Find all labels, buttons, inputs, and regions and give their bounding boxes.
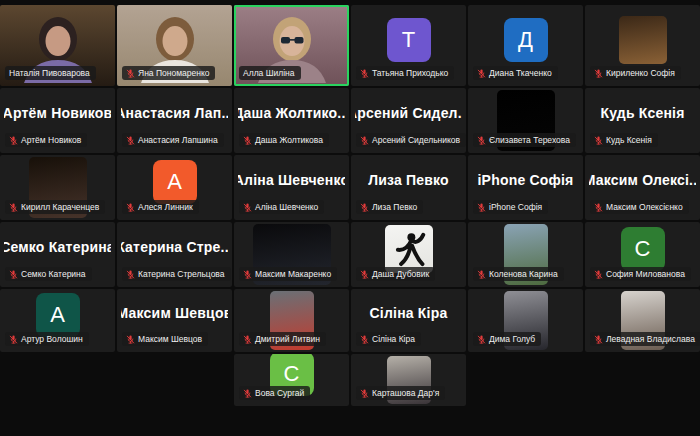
participant-tile[interactable]: Лиза Певко Лиза Певко xyxy=(351,155,466,220)
participant-tile[interactable]: Карташова Дар'я xyxy=(351,354,466,406)
participant-name-text: Максим Шевцов xyxy=(138,334,202,344)
participant-name-label: Диана Ткаченко xyxy=(473,66,558,80)
mic-muted-icon xyxy=(126,270,135,279)
mic-muted-icon xyxy=(360,335,369,344)
mic-muted-icon xyxy=(126,136,135,145)
participant-tile[interactable]: Дмитрий Литвин xyxy=(234,289,349,352)
participant-tile[interactable]: Максим Макаренко xyxy=(234,222,349,287)
participant-tile[interactable]: Максим Олексі... Максим Олексієнко xyxy=(585,155,700,220)
participant-tile[interactable]: Катерина Стре... Катерина Стрельцова xyxy=(117,222,232,287)
participant-name-text: Арсений Сидельников xyxy=(372,135,460,145)
participant-tile[interactable]: С Вова Сургай xyxy=(234,354,349,406)
participant-display-name xyxy=(472,5,579,70)
participant-display-name xyxy=(472,289,579,336)
participant-tile[interactable]: Даша Дубовик xyxy=(351,222,466,287)
mic-muted-icon xyxy=(594,136,603,145)
participant-name-text: Максим Олексієнко xyxy=(606,202,683,212)
participant-name-text: Вова Сургай xyxy=(255,388,304,398)
participant-name-text: Лиза Певко xyxy=(372,202,417,212)
participant-tile[interactable]: Алла Шиліна xyxy=(234,5,349,86)
participant-display-name: Максим Шевцов xyxy=(121,289,228,336)
participant-tile[interactable]: Семко Катерина Семко Катерина xyxy=(0,222,115,287)
mic-muted-icon xyxy=(9,203,18,212)
participant-name-label: Наталія Пивоварова xyxy=(5,66,96,80)
participant-display-name xyxy=(121,155,228,204)
participant-tile[interactable]: Кирилл Караченцев xyxy=(0,155,115,220)
participant-name-text: Алеся Линник xyxy=(138,202,193,212)
participant-display-name xyxy=(238,222,345,271)
participant-name-label: Аліна Шевченко xyxy=(239,200,324,214)
mic-muted-icon xyxy=(9,136,18,145)
participant-tile[interactable]: Даша Жолтико... Даша Жолтикова xyxy=(234,88,349,153)
participant-tile[interactable]: Дима Голуб xyxy=(468,289,583,352)
participant-name-label: Максим Шевцов xyxy=(122,332,208,346)
participant-tile[interactable]: А Алеся Линник xyxy=(117,155,232,220)
participant-name-text: Татьяна Приходько xyxy=(372,68,448,78)
participant-name-text: Кудь Ксенія xyxy=(606,135,652,145)
participant-display-name xyxy=(238,289,345,336)
participant-name-text: Яна Пономаренко xyxy=(138,68,209,78)
participant-tile[interactable]: Артём Новиков Артём Новиков xyxy=(0,88,115,153)
participant-name-text: София Милованова xyxy=(606,269,685,279)
participant-display-name: Арсений Сидел... xyxy=(355,88,462,137)
participant-tile[interactable]: Левадная Владислава xyxy=(585,289,700,352)
participant-tile[interactable]: Анастасия Лап... Анастасия Лапшина xyxy=(117,88,232,153)
mic-muted-icon xyxy=(243,389,252,398)
mic-muted-icon xyxy=(126,69,135,78)
participant-name-label: Татьяна Приходько xyxy=(356,66,454,80)
participant-name-text: Наталія Пивоварова xyxy=(9,68,90,78)
participant-name-label: Анастасия Лапшина xyxy=(122,133,224,147)
participant-name-label: София Милованова xyxy=(590,267,691,281)
participant-display-name: Кудь Ксенія xyxy=(589,88,696,137)
participant-name-label: iPhone Софія xyxy=(473,200,548,214)
participant-name-label: Карташова Дар'я xyxy=(356,386,445,400)
participant-name-label: Артём Новиков xyxy=(5,133,87,147)
mic-muted-icon xyxy=(360,203,369,212)
participant-tile[interactable]: С София Милованова xyxy=(585,222,700,287)
mic-muted-icon xyxy=(477,69,486,78)
participant-tile[interactable]: Коленова Карина xyxy=(468,222,583,287)
participant-name-text: Артём Новиков xyxy=(21,135,81,145)
participant-tile[interactable]: Арсений Сидел... Арсений Сидельников xyxy=(351,88,466,153)
mic-muted-icon xyxy=(477,136,486,145)
participant-tile[interactable]: Максим Шевцов Максим Шевцов xyxy=(117,289,232,352)
participant-name-label: Кирилл Караченцев xyxy=(5,200,105,214)
participant-name-label: Єлизавета Терехова xyxy=(473,133,576,147)
mic-muted-icon xyxy=(594,203,603,212)
participant-display-name xyxy=(4,289,111,336)
participant-name-text: Аліна Шевченко xyxy=(255,202,318,212)
participant-tile[interactable]: А Артур Волошин xyxy=(0,289,115,352)
participant-tile[interactable]: Д Диана Ткаченко xyxy=(468,5,583,86)
mic-muted-icon xyxy=(243,270,252,279)
participant-display-name: Аліна Шевченко xyxy=(238,155,345,204)
participant-display-name xyxy=(472,222,579,271)
participant-name-label: Дима Голуб xyxy=(473,332,541,346)
participant-tile[interactable]: Аліна Шевченко Аліна Шевченко xyxy=(234,155,349,220)
participant-name-label: Сіліна Кіра xyxy=(356,332,421,346)
participant-display-name: iPhone Софія xyxy=(472,155,579,204)
participant-tile[interactable]: Яна Пономаренко xyxy=(117,5,232,86)
participant-name-label: Яна Пономаренко xyxy=(122,66,215,80)
participant-tile[interactable]: Єлизавета Терехова xyxy=(468,88,583,153)
participant-display-name: Сіліна Кіра xyxy=(355,289,462,336)
participant-tile[interactable]: iPhone Софія iPhone Софія xyxy=(468,155,583,220)
mic-muted-icon xyxy=(594,69,603,78)
participant-tile[interactable]: Кудь Ксенія Кудь Ксенія xyxy=(585,88,700,153)
participant-name-label: Кириленко Софія xyxy=(590,66,681,80)
mic-muted-icon xyxy=(126,335,135,344)
mic-muted-icon xyxy=(243,203,252,212)
participant-name-label: Вова Сургай xyxy=(239,386,310,400)
participant-tile[interactable]: Кириленко Софія xyxy=(585,5,700,86)
participant-tile[interactable]: Наталія Пивоварова xyxy=(0,5,115,86)
participant-name-text: Кирилл Караченцев xyxy=(21,202,99,212)
participant-display-name xyxy=(4,155,111,204)
participant-display-name xyxy=(238,354,345,390)
participant-tile[interactable]: Сіліна Кіра Сіліна Кіра xyxy=(351,289,466,352)
meeting-canvas: Наталія Пивоварова xyxy=(0,0,700,436)
participant-display-name: Лиза Певко xyxy=(355,155,462,204)
participant-name-label: Артур Волошин xyxy=(5,332,89,346)
participant-name-text: Коленова Карина xyxy=(489,269,558,279)
participant-name-text: Алла Шиліна xyxy=(243,68,295,78)
participant-display-name: Семко Катерина xyxy=(4,222,111,271)
participant-tile[interactable]: Т Татьяна Приходько xyxy=(351,5,466,86)
